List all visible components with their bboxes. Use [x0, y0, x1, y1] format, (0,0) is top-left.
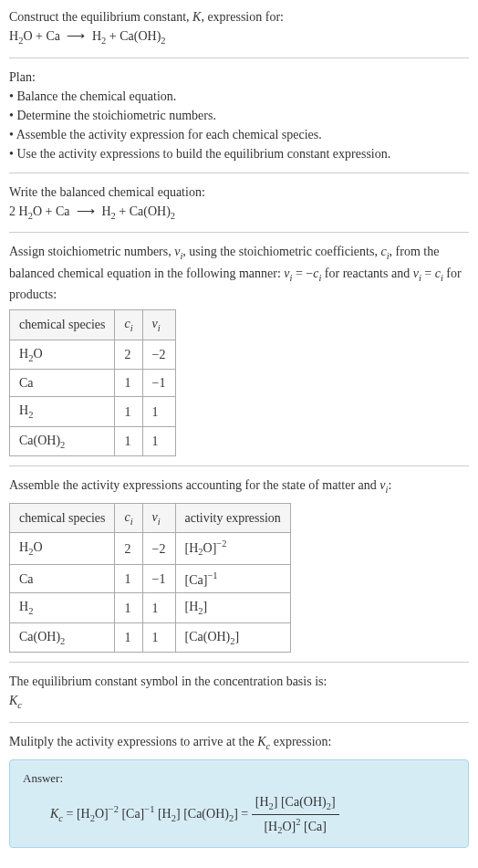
stoich-section: Assign stoichiometric numbers, νi, using…	[9, 242, 469, 456]
answer-box: Answer: Kc = [H2O]−2 [Ca]−1 [H2] [Ca(OH)…	[9, 759, 469, 848]
cell-species: Ca(OH)2	[10, 426, 115, 456]
plan-item: Assemble the activity expression for eac…	[9, 125, 469, 144]
cell-species: H2O	[10, 533, 115, 564]
cell-c: 1	[115, 622, 142, 653]
cell-v: 1	[142, 622, 175, 653]
cell-expr: [H2O]−2	[175, 533, 290, 564]
balanced-equation: 2 H2O + Ca ⟶ H2 + Ca(OH)2	[9, 202, 469, 224]
cell-v: 1	[142, 397, 175, 427]
plan-title: Plan:	[9, 68, 469, 87]
activity-section: Assemble the activity expressions accoun…	[9, 476, 469, 653]
cell-c: 1	[115, 564, 142, 593]
table-row: Ca(OH)2 1 1 [Ca(OH)2]	[10, 622, 291, 653]
table-row: Ca(OH)2 1 1	[10, 426, 176, 456]
col-species: chemical species	[10, 503, 115, 533]
table-header-row: chemical species ci νi activity expressi…	[10, 503, 291, 533]
table-row: H2O 2 −2	[10, 340, 176, 370]
plan-section: Plan: Balance the chemical equation. Det…	[9, 68, 469, 163]
table-row: H2 1 1	[10, 397, 176, 427]
symbol-line1: The equilibrium constant symbol in the c…	[9, 672, 469, 691]
multiply-section: Mulitply the activity expressions to arr…	[9, 732, 469, 848]
stoich-intro: Assign stoichiometric numbers, νi, using…	[9, 242, 469, 304]
table-header-row: chemical species ci νi	[10, 310, 176, 340]
table-row: H2 1 1 [H2]	[10, 593, 291, 623]
cell-species: H2	[10, 397, 115, 427]
table-row: Ca 1 −1 [Ca]−1	[10, 564, 291, 593]
cell-species: Ca(OH)2	[10, 622, 115, 653]
stoich-table: chemical species ci νi H2O 2 −2 Ca 1 −1 …	[9, 309, 176, 456]
col-species: chemical species	[10, 310, 115, 340]
col-c: ci	[115, 310, 142, 340]
cell-expr: [H2]	[175, 593, 290, 623]
cell-c: 1	[115, 426, 142, 456]
cell-expr: [Ca]−1	[175, 564, 290, 593]
cell-c: 2	[115, 533, 142, 564]
plan-item: Use the activity expressions to build th…	[9, 144, 469, 163]
symbol-kc: Kc	[9, 691, 469, 713]
cell-v: 1	[142, 426, 175, 456]
cell-c: 1	[115, 397, 142, 427]
divider	[9, 58, 469, 58]
cell-species: H2	[10, 593, 115, 623]
col-v: νi	[142, 503, 175, 533]
cell-v: 1	[142, 593, 175, 623]
balanced-title: Write the balanced chemical equation:	[9, 183, 469, 202]
cell-expr: [Ca(OH)2]	[175, 622, 290, 653]
divider	[9, 232, 469, 233]
table-row: Ca 1 −1	[10, 370, 176, 397]
col-expr: activity expression	[175, 503, 290, 533]
cell-c: 1	[115, 593, 142, 623]
cell-c: 2	[115, 340, 142, 370]
divider	[9, 465, 469, 466]
activity-intro: Assemble the activity expressions accoun…	[9, 476, 469, 497]
answer-expression: Kc = [H2O]−2 [Ca]−1 [H2] [Ca(OH)2] = [H2…	[23, 792, 455, 838]
plan-item: Determine the stoichiometric numbers.	[9, 106, 469, 125]
cell-c: 1	[115, 370, 142, 397]
balanced-section: Write the balanced chemical equation: 2 …	[9, 183, 469, 224]
cell-v: −1	[142, 370, 175, 397]
multiply-text: Mulitply the activity expressions to arr…	[9, 732, 469, 754]
table-row: H2O 2 −2 [H2O]−2	[10, 533, 291, 564]
cell-v: −2	[142, 533, 175, 564]
cell-v: −2	[142, 340, 175, 370]
col-v: νi	[142, 310, 175, 340]
plan-list: Balance the chemical equation. Determine…	[9, 87, 469, 163]
intro-equation: H2O + Ca ⟶ H2 + Ca(OH)2	[9, 26, 469, 48]
cell-species: Ca	[10, 370, 115, 397]
activity-table: chemical species ci νi activity expressi…	[9, 503, 291, 654]
col-c: ci	[115, 503, 142, 533]
plan-item: Balance the chemical equation.	[9, 87, 469, 106]
cell-species: Ca	[10, 564, 115, 593]
answer-label: Answer:	[23, 769, 455, 788]
intro-line: Construct the equilibrium constant, K, e…	[9, 7, 469, 26]
divider	[9, 662, 469, 663]
divider	[9, 722, 469, 723]
intro-section: Construct the equilibrium constant, K, e…	[9, 7, 469, 48]
cell-v: −1	[142, 564, 175, 593]
cell-species: H2O	[10, 340, 115, 370]
symbol-section: The equilibrium constant symbol in the c…	[9, 672, 469, 713]
divider	[9, 173, 469, 173]
